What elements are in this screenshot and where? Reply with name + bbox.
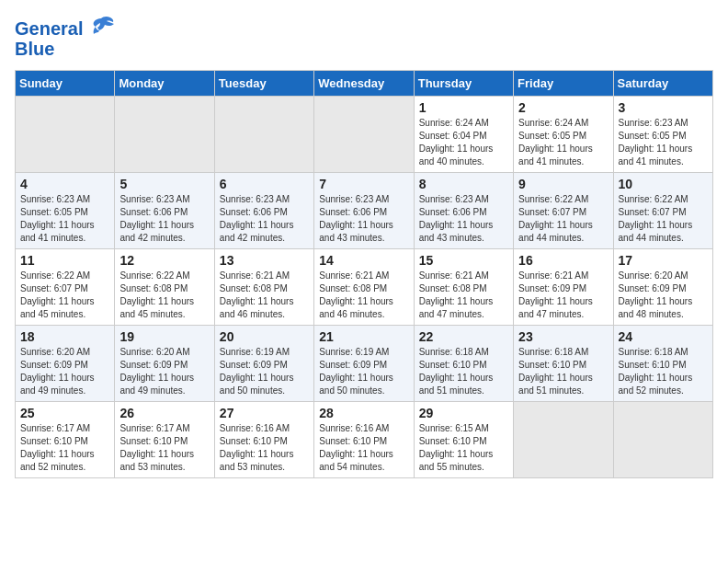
week-row-5: 25Sunrise: 6:17 AM Sunset: 6:10 PM Dayli… <box>16 402 713 478</box>
calendar-cell: 4Sunrise: 6:23 AM Sunset: 6:05 PM Daylig… <box>16 173 115 249</box>
calendar-cell: 12Sunrise: 6:22 AM Sunset: 6:08 PM Dayli… <box>115 249 214 326</box>
day-info: Sunrise: 6:24 AM Sunset: 6:04 PM Dayligh… <box>419 117 508 168</box>
day-info: Sunrise: 6:18 AM Sunset: 6:10 PM Dayligh… <box>518 346 608 397</box>
day-info: Sunrise: 6:23 AM Sunset: 6:06 PM Dayligh… <box>220 193 309 245</box>
day-number: 2 <box>518 100 608 115</box>
weekday-header-sunday: Sunday <box>16 71 115 97</box>
day-info: Sunrise: 6:20 AM Sunset: 6:09 PM Dayligh… <box>20 346 109 397</box>
calendar-table: SundayMondayTuesdayWednesdayThursdayFrid… <box>15 70 713 478</box>
day-info: Sunrise: 6:19 AM Sunset: 6:09 PM Dayligh… <box>319 346 408 397</box>
day-number: 17 <box>619 253 708 268</box>
day-number: 8 <box>419 177 508 191</box>
weekday-header-thursday: Thursday <box>414 71 513 97</box>
calendar-cell: 28Sunrise: 6:16 AM Sunset: 6:10 PM Dayli… <box>314 402 414 478</box>
day-number: 25 <box>20 406 109 420</box>
day-info: Sunrise: 6:22 AM Sunset: 6:08 PM Dayligh… <box>119 270 209 321</box>
calendar-cell: 7Sunrise: 6:23 AM Sunset: 6:06 PM Daylig… <box>314 173 414 249</box>
calendar-cell: 5Sunrise: 6:23 AM Sunset: 6:06 PM Daylig… <box>115 173 214 249</box>
day-number: 20 <box>220 329 309 344</box>
weekday-header-wednesday: Wednesday <box>314 71 414 97</box>
calendar-cell: 23Sunrise: 6:18 AM Sunset: 6:10 PM Dayli… <box>514 326 613 402</box>
day-number: 9 <box>518 177 608 191</box>
day-number: 29 <box>419 406 508 420</box>
day-info: Sunrise: 6:17 AM Sunset: 6:10 PM Dayligh… <box>119 422 209 474</box>
calendar-cell <box>214 97 313 173</box>
day-info: Sunrise: 6:21 AM Sunset: 6:08 PM Dayligh… <box>419 270 508 321</box>
day-number: 27 <box>220 406 309 420</box>
day-info: Sunrise: 6:23 AM Sunset: 6:06 PM Dayligh… <box>119 193 209 245</box>
calendar-cell: 13Sunrise: 6:21 AM Sunset: 6:08 PM Dayli… <box>214 249 313 326</box>
calendar-cell: 17Sunrise: 6:20 AM Sunset: 6:09 PM Dayli… <box>613 249 712 326</box>
day-number: 4 <box>20 177 109 191</box>
calendar-cell: 26Sunrise: 6:17 AM Sunset: 6:10 PM Dayli… <box>115 402 214 478</box>
day-info: Sunrise: 6:20 AM Sunset: 6:09 PM Dayligh… <box>619 270 708 321</box>
week-row-4: 18Sunrise: 6:20 AM Sunset: 6:09 PM Dayli… <box>16 326 713 402</box>
day-number: 23 <box>518 329 608 344</box>
day-info: Sunrise: 6:22 AM Sunset: 6:07 PM Dayligh… <box>518 193 608 245</box>
day-info: Sunrise: 6:20 AM Sunset: 6:09 PM Dayligh… <box>119 346 209 397</box>
day-number: 15 <box>419 253 508 268</box>
day-number: 26 <box>119 406 209 420</box>
day-info: Sunrise: 6:24 AM Sunset: 6:05 PM Dayligh… <box>518 117 608 168</box>
weekday-header-row: SundayMondayTuesdayWednesdayThursdayFrid… <box>16 71 713 97</box>
calendar-cell: 15Sunrise: 6:21 AM Sunset: 6:08 PM Dayli… <box>414 249 513 326</box>
day-number: 21 <box>319 329 408 344</box>
day-info: Sunrise: 6:21 AM Sunset: 6:08 PM Dayligh… <box>319 270 408 321</box>
day-info: Sunrise: 6:23 AM Sunset: 6:05 PM Dayligh… <box>619 117 708 168</box>
day-info: Sunrise: 6:19 AM Sunset: 6:09 PM Dayligh… <box>220 346 309 397</box>
weekday-header-monday: Monday <box>115 71 214 97</box>
day-info: Sunrise: 6:16 AM Sunset: 6:10 PM Dayligh… <box>220 422 309 474</box>
day-info: Sunrise: 6:18 AM Sunset: 6:10 PM Dayligh… <box>619 346 708 397</box>
day-info: Sunrise: 6:18 AM Sunset: 6:10 PM Dayligh… <box>419 346 508 397</box>
day-number: 19 <box>119 329 209 344</box>
calendar-cell <box>613 402 712 478</box>
day-number: 22 <box>419 329 508 344</box>
day-number: 16 <box>518 253 608 268</box>
day-info: Sunrise: 6:15 AM Sunset: 6:10 PM Dayligh… <box>419 422 508 474</box>
logo-general: General <box>15 18 83 39</box>
calendar-cell: 10Sunrise: 6:22 AM Sunset: 6:07 PM Dayli… <box>613 173 712 249</box>
day-info: Sunrise: 6:21 AM Sunset: 6:08 PM Dayligh… <box>220 270 309 321</box>
calendar-cell: 8Sunrise: 6:23 AM Sunset: 6:06 PM Daylig… <box>414 173 513 249</box>
calendar-cell: 25Sunrise: 6:17 AM Sunset: 6:10 PM Dayli… <box>16 402 115 478</box>
weekday-header-friday: Friday <box>514 71 613 97</box>
week-row-2: 4Sunrise: 6:23 AM Sunset: 6:05 PM Daylig… <box>16 173 713 249</box>
page-header: General Blue <box>15 15 713 59</box>
calendar-cell <box>314 97 414 173</box>
weekday-header-tuesday: Tuesday <box>214 71 313 97</box>
day-number: 14 <box>319 253 408 268</box>
day-number: 11 <box>20 253 109 268</box>
calendar-cell: 19Sunrise: 6:20 AM Sunset: 6:09 PM Dayli… <box>115 326 214 402</box>
calendar-cell: 3Sunrise: 6:23 AM Sunset: 6:05 PM Daylig… <box>613 97 712 173</box>
day-number: 7 <box>319 177 408 191</box>
day-info: Sunrise: 6:17 AM Sunset: 6:10 PM Dayligh… <box>20 422 109 474</box>
calendar-cell: 1Sunrise: 6:24 AM Sunset: 6:04 PM Daylig… <box>414 97 513 173</box>
day-number: 12 <box>119 253 209 268</box>
day-number: 5 <box>119 177 209 191</box>
calendar-cell: 24Sunrise: 6:18 AM Sunset: 6:10 PM Dayli… <box>613 326 712 402</box>
calendar-cell: 29Sunrise: 6:15 AM Sunset: 6:10 PM Dayli… <box>414 402 513 478</box>
calendar-cell <box>16 97 115 173</box>
calendar-cell: 21Sunrise: 6:19 AM Sunset: 6:09 PM Dayli… <box>314 326 414 402</box>
day-number: 24 <box>619 329 708 344</box>
day-info: Sunrise: 6:23 AM Sunset: 6:06 PM Dayligh… <box>319 193 408 245</box>
day-number: 3 <box>619 100 708 115</box>
calendar-cell: 22Sunrise: 6:18 AM Sunset: 6:10 PM Dayli… <box>414 326 513 402</box>
calendar-cell: 2Sunrise: 6:24 AM Sunset: 6:05 PM Daylig… <box>514 97 613 173</box>
day-number: 6 <box>220 177 309 191</box>
day-number: 28 <box>319 406 408 420</box>
calendar-cell: 20Sunrise: 6:19 AM Sunset: 6:09 PM Dayli… <box>214 326 313 402</box>
day-number: 10 <box>619 177 708 191</box>
logo: General Blue <box>15 15 116 59</box>
calendar-cell: 14Sunrise: 6:21 AM Sunset: 6:08 PM Dayli… <box>314 249 414 326</box>
day-number: 18 <box>20 329 109 344</box>
day-info: Sunrise: 6:22 AM Sunset: 6:07 PM Dayligh… <box>619 193 708 245</box>
calendar-cell: 18Sunrise: 6:20 AM Sunset: 6:09 PM Dayli… <box>16 326 115 402</box>
calendar-cell <box>514 402 613 478</box>
day-info: Sunrise: 6:23 AM Sunset: 6:05 PM Dayligh… <box>20 193 109 245</box>
calendar-cell: 16Sunrise: 6:21 AM Sunset: 6:09 PM Dayli… <box>514 249 613 326</box>
week-row-1: 1Sunrise: 6:24 AM Sunset: 6:04 PM Daylig… <box>16 97 713 173</box>
calendar-cell <box>115 97 214 173</box>
calendar-cell: 9Sunrise: 6:22 AM Sunset: 6:07 PM Daylig… <box>514 173 613 249</box>
weekday-header-saturday: Saturday <box>613 71 712 97</box>
